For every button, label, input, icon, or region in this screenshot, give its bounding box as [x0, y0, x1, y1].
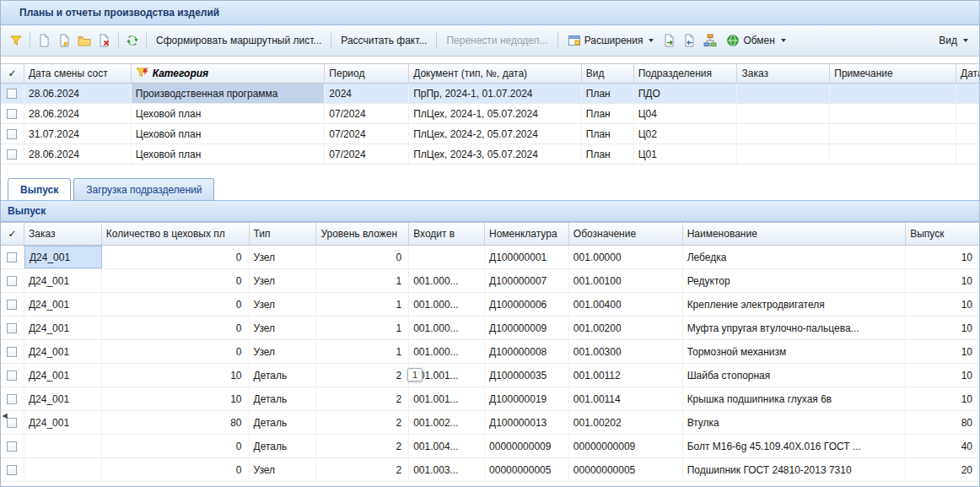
table-row[interactable]: 28.06.2024 Производственная программа 20…	[1, 84, 979, 104]
cell-output[interactable]: 10	[906, 340, 979, 363]
cell-period[interactable]: 2024	[325, 84, 409, 103]
row-checkbox[interactable]	[7, 418, 17, 428]
cell-designation[interactable]: 001.00202	[569, 411, 683, 434]
cell-type[interactable]: Деталь	[250, 435, 317, 457]
cell-date2[interactable]	[956, 144, 979, 164]
form-route-list-button[interactable]: Сформировать маршрутный лист...	[150, 30, 327, 51]
cell-output[interactable]: 10	[906, 293, 979, 316]
open-button[interactable]	[74, 30, 94, 51]
cell-nomenclature[interactable]: Д100000013	[485, 411, 569, 434]
cell-output[interactable]: 10	[906, 364, 979, 387]
cell-check[interactable]	[1, 458, 24, 481]
column-header-period[interactable]: Период	[325, 64, 409, 83]
cell-level[interactable]: 2	[316, 387, 409, 410]
cell-document[interactable]: ПлЦех, 2024-2, 05.07.2024	[409, 124, 582, 143]
cell-parent[interactable]	[409, 246, 485, 268]
cell-check[interactable]	[1, 435, 24, 457]
cell-name[interactable]: Муфта упругая втулочно-пальцева...	[683, 317, 907, 339]
cell-nomenclature[interactable]: Д100000007	[485, 269, 569, 292]
cell-check[interactable]	[1, 293, 24, 316]
cell-qty[interactable]: 0	[102, 458, 250, 481]
row-checkbox[interactable]	[7, 323, 17, 333]
cell-order[interactable]	[737, 104, 830, 123]
cell-order[interactable]: Д24_001	[24, 269, 102, 292]
cell-document[interactable]: ПлЦех, 2024-1, 05.07.2024	[409, 104, 582, 123]
cell-date2[interactable]	[956, 84, 979, 103]
cell-nomenclature[interactable]: Д100000009	[485, 317, 569, 339]
cell-check[interactable]	[1, 364, 24, 387]
cell-check[interactable]	[1, 340, 24, 363]
cell-nomenclature[interactable]: Д100000019	[485, 387, 569, 410]
cell-note[interactable]	[830, 144, 956, 164]
cell-parent[interactable]: 001.003...	[409, 458, 485, 481]
column-header-type[interactable]: Тип	[250, 223, 317, 245]
cell-output[interactable]: 20	[906, 458, 979, 481]
cell-parent[interactable]: 001.002...	[409, 411, 485, 434]
delete-button[interactable]	[94, 30, 115, 51]
cell-designation[interactable]: 001.00100	[569, 269, 683, 292]
cell-name[interactable]: Редуктор	[683, 269, 907, 292]
cell-category[interactable]: Цеховой план	[132, 104, 326, 123]
table-row[interactable]: 28.06.2024 Цеховой план 07/2024 ПлЦех, 2…	[1, 104, 979, 124]
table-row[interactable]: 31.07.2024 Цеховой план 07/2024 ПлЦех, 2…	[1, 124, 979, 144]
cell-level[interactable]: 2	[316, 435, 409, 457]
cell-qty[interactable]: 0	[102, 293, 250, 316]
table-row[interactable]: 0 Узел 2 001.003... 00000000005 00000000…	[1, 458, 979, 482]
table-row[interactable]: Д24_001 0 Узел 1 001.000... Д100000007 0…	[1, 269, 979, 293]
cell-qty[interactable]: 0	[102, 435, 250, 457]
cell-date[interactable]: 28.06.2024	[24, 144, 132, 164]
cell-order[interactable]: Д24_001	[24, 246, 102, 268]
column-header-order[interactable]: Заказ	[24, 223, 102, 245]
cell-type[interactable]: Деталь	[250, 387, 317, 410]
cell-name[interactable]: Болт М16-6g 45.109.40Х.016 ГОСТ ...	[683, 435, 907, 457]
cell-order[interactable]: Д24_001	[24, 387, 102, 410]
refresh-button[interactable]	[122, 30, 143, 51]
cell-document[interactable]: ПлЦех, 2024-3, 05.07.2024	[409, 144, 582, 164]
cell-category[interactable]: Цеховой план	[132, 124, 326, 143]
cell-designation[interactable]: 00000000009	[569, 435, 683, 457]
row-checkbox[interactable]	[7, 109, 17, 119]
filter-button[interactable]	[6, 30, 26, 51]
edit-button[interactable]	[54, 30, 74, 51]
column-header-check[interactable]: ✓	[1, 223, 24, 245]
cell-output[interactable]: 40	[906, 435, 979, 457]
column-header-qty[interactable]: Количество в цеховых пл	[102, 223, 250, 245]
cell-parent[interactable]: 001.000...	[409, 269, 485, 292]
cell-output[interactable]: 10	[906, 246, 979, 268]
column-header-name[interactable]: Наименование	[683, 223, 907, 245]
cell-level[interactable]: 1	[316, 269, 409, 292]
cell-order[interactable]: Д24_001	[24, 317, 102, 339]
row-checkbox[interactable]	[7, 465, 17, 475]
cell-parent[interactable]: 001.000...	[409, 293, 485, 316]
cell-designation[interactable]: 00000000005	[569, 458, 683, 481]
cell-kind[interactable]: План	[582, 144, 634, 164]
row-checkbox[interactable]	[7, 252, 17, 262]
cell-order[interactable]	[737, 84, 830, 103]
cell-kind[interactable]: План	[582, 84, 634, 103]
cell-output[interactable]: 80	[906, 411, 979, 434]
cell-type[interactable]: Узел	[250, 340, 317, 363]
cell-parent[interactable]: 001.004...	[409, 435, 485, 457]
table-row[interactable]: Д24_001 0 Узел 0 Д100000001 001.00000 Ле…	[1, 246, 979, 269]
cell-qty[interactable]: 0	[102, 269, 250, 292]
cell-designation[interactable]: 001.00114	[569, 387, 683, 410]
cell-level[interactable]: 2	[316, 458, 409, 481]
cell-qty[interactable]: 80	[102, 411, 250, 434]
column-header-note[interactable]: Примечание	[830, 64, 956, 83]
row-checkbox[interactable]	[7, 276, 17, 286]
column-header-order[interactable]: Заказ	[737, 64, 830, 83]
cell-level[interactable]: 2	[316, 411, 409, 434]
cell-name[interactable]: Крышка подшипника глухая 6в	[683, 387, 907, 410]
cell-qty[interactable]: 10	[102, 364, 250, 387]
cell-type[interactable]: Узел	[250, 317, 317, 339]
cell-qty[interactable]: 0	[102, 246, 250, 268]
cell-order[interactable]: Д24_001	[24, 340, 102, 363]
cell-type[interactable]: Узел	[250, 269, 317, 292]
column-header-parent[interactable]: Входит в	[409, 223, 485, 245]
cell-name[interactable]: Крепление электродвигателя	[683, 293, 907, 316]
cell-name[interactable]: Подшипник ГОСТ 24810-2013 7310	[683, 458, 907, 481]
cell-type[interactable]: Узел	[250, 246, 317, 268]
cell-note[interactable]	[830, 124, 956, 143]
column-header-designation[interactable]: Обозначение	[569, 223, 683, 245]
cell-type[interactable]: Деталь	[250, 411, 317, 434]
